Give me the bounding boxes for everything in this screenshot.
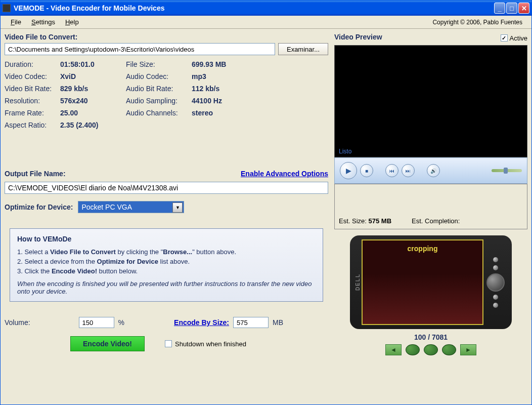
- copyright-text: Copyright © 2006, Pablo Fuentes: [432, 19, 526, 26]
- minimize-button[interactable]: _: [494, 3, 505, 14]
- volume-unit: %: [118, 318, 124, 327]
- close-button[interactable]: ✕: [518, 3, 529, 14]
- menu-settings[interactable]: Settings: [26, 17, 60, 27]
- frame-first-button[interactable]: ◄: [385, 344, 402, 355]
- encode-size-unit: MB: [273, 318, 283, 327]
- input-file-label: Video File to Convert:: [5, 33, 328, 41]
- device-brand: DELL: [354, 269, 362, 295]
- howto-box: How to VEMoDe 1. Select a Video File to …: [10, 228, 323, 302]
- input-file-row: Examinar...: [5, 43, 328, 55]
- output-header-row: Output File Name: Enable Advanced Option…: [5, 170, 328, 180]
- browse-button[interactable]: Examinar...: [278, 43, 328, 55]
- maximize-button[interactable]: □: [506, 3, 517, 14]
- preview-box: Listo: [334, 45, 527, 157]
- shutdown-row: Shutdown when finished: [165, 340, 246, 348]
- mute-button[interactable]: 🔊: [427, 164, 440, 177]
- device-mockup: DELL cropping: [350, 235, 512, 329]
- device-select[interactable]: Pocket PC VGA: [78, 201, 184, 213]
- menubar: File Settings Help Copyright © 2006, Pab…: [1, 16, 531, 29]
- shutdown-label: Shutdown when finished: [175, 340, 246, 348]
- est-size: Est. Size: 575 MB: [339, 217, 391, 225]
- window-controls: _ □ ✕: [494, 3, 529, 14]
- active-checkbox[interactable]: ✓: [501, 34, 508, 42]
- content-area: Video File to Convert: Examinar... Durat…: [1, 29, 531, 404]
- volume-slider[interactable]: [492, 169, 522, 172]
- resolution-value: 576x240: [60, 97, 126, 105]
- duration-label: Duration:: [5, 60, 60, 68]
- device-dpad-icon: [486, 273, 505, 292]
- frame-back-button[interactable]: [406, 344, 420, 355]
- filesize-label: File Size:: [126, 60, 192, 68]
- stop-button[interactable]: ■: [360, 164, 373, 177]
- preview-label: Video Preview: [334, 33, 382, 41]
- achannels-label: Audio Channels:: [126, 109, 192, 117]
- vcodec-value: XviD: [60, 72, 126, 80]
- device-screen: cropping: [362, 239, 483, 325]
- advanced-options-link[interactable]: Enable Advanced Options: [241, 170, 328, 178]
- device-select-value: Pocket PC VGA: [81, 203, 132, 211]
- filesize-value: 699.93 MB: [192, 60, 252, 68]
- howto-title: How to VEMoDe: [17, 235, 316, 243]
- output-file-field[interactable]: [5, 182, 328, 194]
- asampling-label: Audio Sampling:: [126, 97, 192, 105]
- play-button[interactable]: ▶: [340, 162, 357, 179]
- app-icon: [3, 4, 11, 12]
- frame-nav: 100 / 7081 ◄ ►: [334, 333, 527, 355]
- volume-input[interactable]: [79, 317, 114, 328]
- device-dot-icon: [493, 303, 498, 308]
- volume-label: Volume:: [5, 318, 30, 327]
- howto-step-2: 2. Select a device from the Optimize for…: [17, 258, 316, 265]
- howto-note: When the encoding is finished you will b…: [17, 280, 316, 295]
- achannels-value: stereo: [192, 109, 252, 117]
- preview-header: Video Preview ✓ Active: [334, 33, 527, 43]
- abitrate-label: Audio Bit Rate:: [126, 85, 192, 93]
- encode-row: Encode Video! Shutdown when finished: [5, 336, 328, 351]
- output-file-label: Output File Name:: [5, 170, 66, 178]
- device-dot-icon: [493, 295, 498, 300]
- vcodec-label: Video Codec:: [5, 72, 60, 80]
- menu-help[interactable]: Help: [60, 17, 84, 27]
- duration-value: 01:58:01.0: [60, 60, 126, 68]
- frame-play-button[interactable]: [424, 344, 438, 355]
- active-check-row: ✓ Active: [501, 34, 527, 42]
- titlebar: VEMODE - Video Encoder for Mobile Device…: [1, 1, 531, 16]
- menu-file[interactable]: File: [6, 17, 26, 27]
- device-dot-icon: [493, 257, 498, 262]
- optimize-label: Optimize for Device:: [5, 203, 73, 211]
- volume-size-row: Volume: % Encode By Size: MB: [5, 317, 328, 328]
- input-file-field[interactable]: [5, 43, 275, 55]
- media-controls: ▶ ■ ⏮ ⏭ 🔊: [334, 157, 527, 184]
- active-label: Active: [510, 34, 527, 42]
- aspect-value: 2.35 (2.400): [60, 121, 126, 129]
- device-hw-controls: [483, 255, 508, 310]
- device-screen-text: cropping: [408, 245, 438, 253]
- prev-button[interactable]: ⏮: [385, 164, 398, 177]
- encode-size-label[interactable]: Encode By Size:: [174, 318, 229, 327]
- device-dot-icon: [493, 265, 498, 270]
- window-title: VEMODE - Video Encoder for Mobile Device…: [14, 4, 494, 12]
- encode-button[interactable]: Encode Video!: [70, 336, 145, 351]
- howto-step-1: 1. Select a Video File to Convert by cli…: [17, 248, 316, 256]
- frame-buttons: ◄ ►: [385, 344, 476, 355]
- acodec-value: mp3: [192, 72, 252, 80]
- howto-step-3: 3. Click the Encode Video! button below.: [17, 267, 316, 275]
- acodec-label: Audio Codec:: [126, 72, 192, 80]
- resolution-label: Resolution:: [5, 97, 60, 105]
- shutdown-checkbox[interactable]: [165, 340, 172, 347]
- aspect-label: Aspect Ratio:: [5, 121, 60, 129]
- optimize-row: Optimize for Device: Pocket PC VGA: [5, 201, 328, 213]
- vbitrate-label: Video Bit Rate:: [5, 85, 60, 93]
- framerate-value: 25.00: [60, 109, 126, 117]
- left-panel: Video File to Convert: Examinar... Durat…: [5, 33, 328, 400]
- right-panel: Video Preview ✓ Active Listo ▶ ■ ⏮ ⏭ 🔊: [334, 33, 527, 400]
- framerate-label: Frame Rate:: [5, 109, 60, 117]
- app-window: VEMODE - Video Encoder for Mobile Device…: [0, 0, 532, 405]
- encode-size-input[interactable]: [233, 317, 269, 328]
- asampling-value: 44100 Hz: [192, 97, 252, 105]
- est-completion: Est. Completion:: [412, 217, 460, 225]
- frame-fwd-button[interactable]: [442, 344, 456, 355]
- next-button[interactable]: ⏭: [402, 164, 415, 177]
- preview-status: Listo: [339, 148, 351, 155]
- frame-last-button[interactable]: ►: [460, 344, 476, 355]
- estimate-box: Est. Size: 575 MB Est. Completion:: [334, 184, 527, 229]
